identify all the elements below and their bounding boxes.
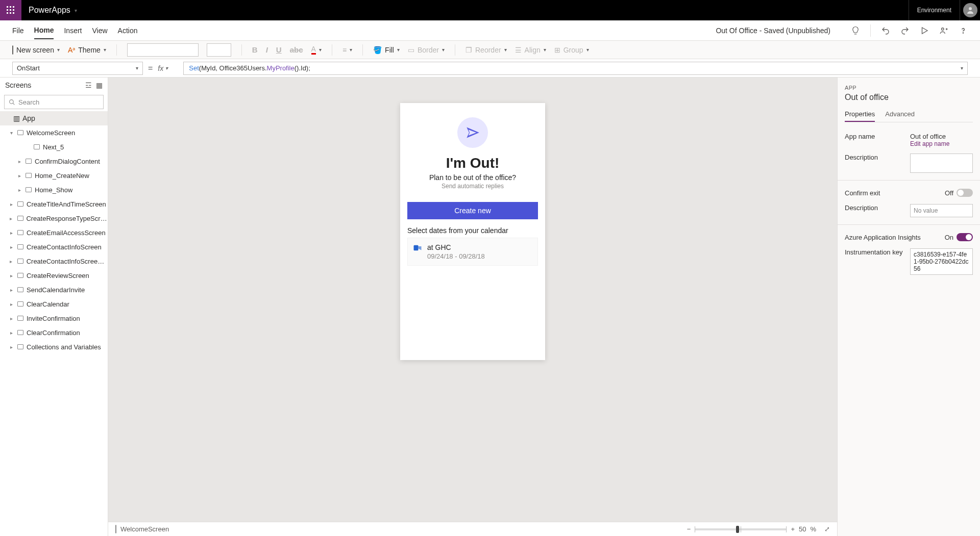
left-panel-header: Screens ☲ ▦ (0, 78, 108, 93)
confirm-exit-toggle[interactable] (957, 189, 973, 197)
formula-token-fn: Set (189, 64, 199, 72)
align-button[interactable]: ☰ Align ▾ (515, 46, 546, 54)
group-button[interactable]: ⊞ Group ▾ (554, 46, 589, 54)
tree-item-label: CreateEmailAccessScreen (27, 229, 106, 237)
tree-caret-icon: ▸ (8, 201, 14, 207)
tree-item[interactable]: ▸ClearCalendar (0, 297, 108, 311)
new-screen-button[interactable]: New screen ▾ (12, 46, 60, 54)
zoom-slider[interactable] (695, 528, 787, 530)
tree-caret-icon: ▸ (16, 173, 22, 178)
user-avatar[interactable] (960, 0, 980, 20)
tree-item[interactable]: ▸CreateContactInfoScreen_1 (0, 254, 108, 268)
menu-home[interactable]: Home (34, 22, 54, 39)
formula-input[interactable]: Set(MyId, Office365Users.MyProfile().Id)… (183, 62, 968, 75)
zoom-in-button[interactable]: + (791, 525, 795, 533)
calendar-item-dates: 09/24/18 - 09/28/18 (427, 252, 485, 260)
tree-view-icon[interactable]: ☲ (85, 81, 92, 89)
description-label: Description (845, 154, 906, 161)
tree-item[interactable]: ▸Home_CreateNew (0, 168, 108, 183)
bold-button[interactable]: B (252, 45, 258, 54)
tree-item[interactable]: ▸Collections and Variables (0, 340, 108, 354)
fx-button[interactable]: fx ▾ (158, 64, 178, 72)
tree-item-label: ClearConfirmation (27, 329, 80, 337)
calendar-item[interactable]: at GHC 09/24/18 - 09/28/18 (407, 238, 538, 266)
tree-item[interactable]: Next_5 (0, 140, 108, 154)
tree-item[interactable]: ▸InviteConfirmation (0, 311, 108, 325)
border-button[interactable]: ▭ Border ▾ (408, 46, 445, 54)
screen-icon (16, 314, 24, 322)
property-dropdown[interactable]: OnStart ▾ (12, 62, 143, 75)
tree-item[interactable]: ▸CreateTitleAndTimeScreen (0, 197, 108, 211)
menu-insert[interactable]: Insert (64, 22, 82, 39)
screen-icon (24, 186, 33, 194)
tree-item-label: ConfirmDialogContent (35, 158, 100, 165)
strikethrough-button[interactable]: abc (290, 45, 303, 54)
search-input[interactable]: Search (4, 95, 104, 109)
edit-app-name-link[interactable]: Edit app name (910, 140, 973, 147)
tree-item[interactable]: ▾WelcomeScreen (0, 125, 108, 140)
tab-properties[interactable]: Properties (845, 107, 875, 122)
align-label: Align (525, 46, 541, 54)
tree-app-node[interactable]: ▥ App (0, 111, 108, 125)
tree-caret-icon: ▸ (8, 273, 14, 278)
create-new-button[interactable]: Create new (407, 202, 538, 219)
svg-rect-8 (13, 12, 14, 14)
font-color-button[interactable]: A▾ (311, 45, 322, 55)
tree-caret-icon: ▸ (16, 159, 22, 164)
chevron-down-icon: ▾ (504, 47, 507, 53)
underline-button[interactable]: U (276, 45, 282, 54)
tree-item[interactable]: ▸Home_Show (0, 183, 108, 197)
screen-icon (16, 343, 24, 351)
share-icon[interactable] (939, 26, 948, 35)
zoom-out-button[interactable]: − (687, 525, 691, 533)
app-checker-icon[interactable] (851, 26, 860, 35)
description2-input[interactable]: No value (910, 204, 973, 217)
tab-advanced[interactable]: Advanced (885, 107, 915, 122)
menu-action[interactable]: Action (118, 22, 138, 39)
tree-caret-icon: ▸ (8, 244, 14, 250)
tree-item[interactable]: ▸SendCalendarInvite (0, 283, 108, 297)
waffle-icon[interactable] (0, 0, 21, 20)
screen-icon (16, 286, 24, 294)
redo-icon[interactable] (900, 26, 910, 35)
tree-app-label: App (22, 114, 35, 122)
screen-icon (16, 328, 24, 337)
tree-item[interactable]: ▸CreateResponseTypeScre... (0, 211, 108, 225)
help-icon[interactable] (959, 26, 968, 35)
ikey-input[interactable]: c3816539-e157-4fe1-95b0-276b0422dc56 (910, 248, 973, 275)
screen-icon (16, 129, 24, 137)
fill-button[interactable]: 🪣 Fill ▾ (373, 46, 400, 54)
undo-icon[interactable] (881, 26, 890, 35)
menu-view[interactable]: View (92, 22, 107, 39)
theme-button[interactable]: Aᵃ Theme ▾ (68, 46, 106, 54)
font-family-dropdown[interactable] (127, 43, 199, 57)
status-bar: WelcomeScreen − + 50 % ⤢ (108, 522, 837, 536)
chevron-down-icon: ▾ (586, 47, 589, 53)
tree-item[interactable]: ▸ClearConfirmation (0, 325, 108, 340)
tree-caret-icon: ▸ (8, 216, 14, 221)
tree-item[interactable]: ▸CreateReviewScreen (0, 268, 108, 283)
fill-icon: 🪣 (373, 46, 382, 54)
brand-dropdown[interactable]: PowerApps ▾ (21, 6, 84, 15)
italic-button[interactable]: I (266, 45, 268, 54)
canvas-area[interactable]: I'm Out! Plan to be out of the office? S… (108, 78, 837, 522)
text-align-button[interactable]: ≡ ▾ (342, 46, 352, 54)
theme-label: Theme (78, 46, 101, 54)
fit-to-window-button[interactable]: ⤢ (824, 525, 830, 533)
tree-item[interactable]: ▸CreateEmailAccessScreen (0, 225, 108, 240)
reorder-button[interactable]: ❐ Reorder ▾ (465, 46, 507, 54)
play-icon[interactable] (920, 26, 929, 35)
environment-picker[interactable]: Environment (909, 0, 960, 20)
tree-caret-icon: ▸ (16, 187, 22, 193)
tree-item[interactable]: ▸CreateContactInfoScreen (0, 240, 108, 254)
description-input[interactable] (910, 154, 973, 173)
screen-icon (16, 257, 24, 265)
aai-toggle[interactable] (957, 233, 973, 241)
person-icon (963, 3, 977, 17)
tree-item[interactable]: ▸ConfirmDialogContent (0, 154, 108, 168)
font-size-dropdown[interactable] (207, 43, 231, 57)
chevron-down-icon: ▾ (57, 47, 60, 53)
menu-file[interactable]: File (12, 22, 24, 39)
thumbnail-view-icon[interactable]: ▦ (96, 81, 103, 89)
chevron-down-icon: ▾ (397, 47, 400, 53)
